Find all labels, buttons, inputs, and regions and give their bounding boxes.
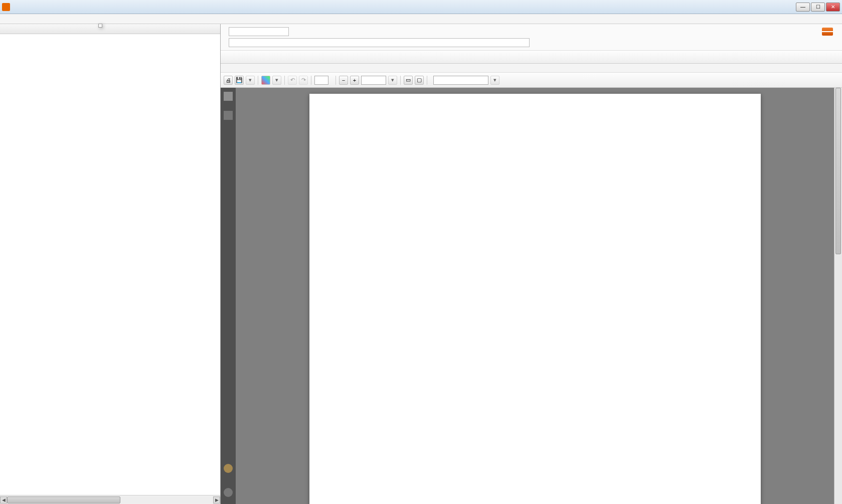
page-scroll[interactable] [236, 88, 834, 504]
zoom-out-icon[interactable]: − [339, 76, 348, 85]
tree-header [0, 24, 220, 34]
undo-icon[interactable]: ↶ [288, 76, 297, 85]
right-panel: 🖨 💾 ▾ ▾ ↶ ↷ − + ▾ ▭ ▢ ▾ [221, 24, 842, 504]
fit-page-icon[interactable]: ▢ [415, 76, 424, 85]
pdf-viewer [221, 88, 842, 504]
palette-dropdown-icon[interactable]: ▾ [272, 76, 281, 85]
save-dropdown-icon[interactable]: ▾ [246, 76, 255, 85]
menubar [0, 14, 842, 24]
nazev-value[interactable] [229, 38, 530, 47]
preview-header [221, 64, 842, 73]
app-icon [2, 3, 10, 11]
maximize-button[interactable]: ☐ [811, 3, 825, 12]
info-bar [221, 24, 842, 51]
attach-icon[interactable] [224, 488, 233, 497]
zoom-in-icon[interactable]: + [350, 76, 359, 85]
pages-icon[interactable] [224, 92, 233, 101]
bookmarks-icon[interactable] [224, 111, 233, 120]
search-input[interactable] [433, 76, 488, 85]
category-tree[interactable] [0, 34, 220, 495]
scroll-track[interactable] [7, 496, 213, 503]
h-scrollbar[interactable]: ◀ ▶ [0, 495, 220, 504]
titlebar: — ☐ ✕ [0, 0, 842, 14]
print-icon[interactable]: 🖨 [224, 76, 233, 85]
v-scroll-thumb[interactable] [835, 88, 841, 254]
comments-icon[interactable] [224, 464, 233, 473]
drawing [323, 115, 594, 376]
brand-icon [822, 28, 833, 36]
scroll-thumb[interactable] [7, 496, 120, 503]
pdf-toolbar: 🖨 💾 ▾ ▾ ↶ ↷ − + ▾ ▭ ▢ ▾ [221, 73, 842, 88]
zoom-value[interactable] [361, 76, 386, 85]
left-panel: ◀ ▶ [0, 24, 221, 504]
save-icon[interactable]: 💾 [235, 76, 244, 85]
kat-value[interactable] [229, 27, 289, 36]
close-button[interactable]: ✕ [826, 3, 840, 12]
fit-width-icon[interactable]: ▭ [404, 76, 413, 85]
zoom-dropdown-icon[interactable]: ▾ [388, 76, 397, 85]
palette-icon[interactable] [261, 76, 270, 85]
action-toolbar [221, 51, 842, 64]
document-page [309, 94, 761, 504]
scroll-right-arrow[interactable]: ▶ [213, 496, 220, 503]
search-dropdown-icon[interactable]: ▾ [490, 76, 499, 85]
pdf-sidebar [221, 88, 236, 504]
tools-dropdown [98, 24, 102, 28]
minimize-button[interactable]: — [796, 3, 810, 12]
page-current[interactable] [314, 76, 328, 85]
scroll-left-arrow[interactable]: ◀ [0, 496, 7, 503]
redo-icon[interactable]: ↷ [299, 76, 308, 85]
v-scrollbar[interactable] [834, 88, 842, 504]
brand [822, 28, 837, 36]
